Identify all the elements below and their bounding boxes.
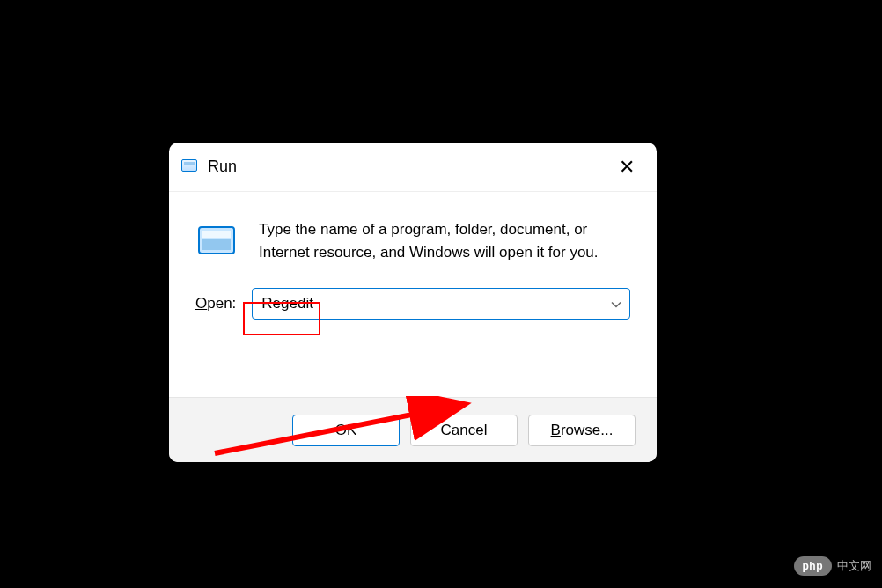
run-icon <box>181 159 199 175</box>
dialog-content: Type the name of a program, folder, docu… <box>169 192 657 355</box>
svg-rect-1 <box>202 231 231 238</box>
open-label: Open: <box>195 295 236 312</box>
program-icon <box>195 222 238 257</box>
close-button[interactable]: ✕ <box>613 153 641 181</box>
input-row: Open: <box>195 288 630 320</box>
ok-button[interactable]: OK <box>292 415 400 446</box>
titlebar-left: Run <box>181 158 237 176</box>
dialog-title: Run <box>208 158 237 176</box>
run-dialog: Run ✕ Type the name of a program, folder… <box>169 143 657 462</box>
svg-rect-2 <box>202 239 231 250</box>
titlebar: Run ✕ <box>169 143 657 192</box>
description-text: Type the name of a program, folder, docu… <box>259 218 630 263</box>
watermark-logo: php <box>794 556 833 576</box>
browse-button[interactable]: Browse... <box>528 415 636 446</box>
open-combobox[interactable] <box>252 288 630 320</box>
cancel-button[interactable]: Cancel <box>410 415 518 446</box>
close-icon: ✕ <box>619 156 635 179</box>
open-input[interactable] <box>252 288 630 320</box>
button-row: OK Cancel Browse... <box>169 397 657 462</box>
description-row: Type the name of a program, folder, docu… <box>195 218 630 263</box>
watermark-text: 中文网 <box>837 558 871 574</box>
watermark: php 中文网 <box>794 556 872 576</box>
